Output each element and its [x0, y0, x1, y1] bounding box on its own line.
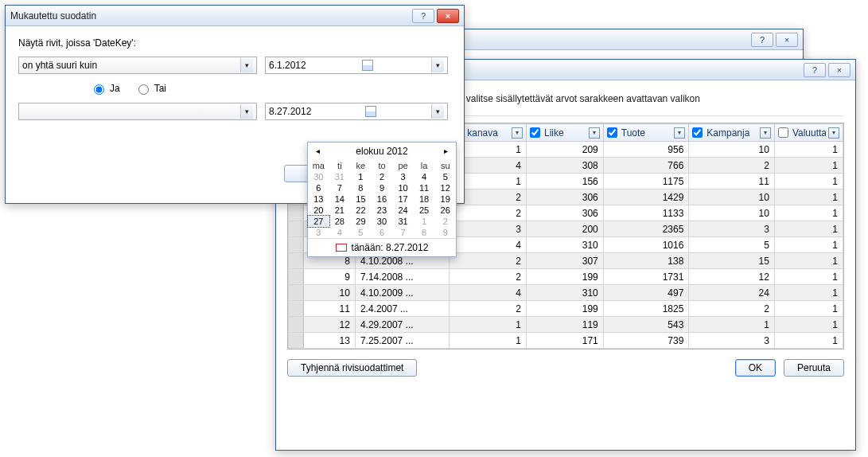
chevron-down-icon[interactable]: ▾ — [240, 58, 253, 72]
prev-month-button[interactable]: ◂ — [313, 146, 322, 156]
today-link[interactable]: tänään: 8.27.2012 — [308, 238, 456, 256]
calendar-day[interactable]: 30 — [308, 171, 329, 182]
dialog-title: Mukautettu suodatin — [10, 10, 412, 21]
calendar-day[interactable]: 5 — [350, 227, 372, 238]
calendar-day[interactable]: 18 — [414, 193, 435, 205]
calendar-day[interactable]: 30 — [372, 216, 393, 227]
calendar-day[interactable]: 3 — [392, 171, 414, 182]
table-row[interactable]: 137.25.2007 ...117173931 — [289, 333, 843, 349]
close-button-dialog[interactable]: × — [437, 9, 459, 23]
help-button-dialog[interactable]: ? — [412, 9, 434, 23]
table-row[interactable]: 97.14.2008 ...21991731121 — [289, 269, 843, 285]
month-label[interactable]: elokuu 2012 — [356, 146, 407, 157]
filter-prompt: Näytä rivit, joissa 'DateKey': — [18, 37, 451, 49]
value-2-text: 8.27.2012 — [269, 106, 311, 117]
calendar-day[interactable]: 17 — [392, 193, 414, 205]
titlebar-dialog: Mukautettu suodatin ? × — [6, 6, 464, 26]
calendar-day[interactable]: 22 — [350, 205, 372, 216]
cancel-button[interactable]: Peruuta — [784, 359, 844, 377]
dow-header: la — [414, 160, 435, 171]
calendar-day[interactable]: 19 — [434, 193, 456, 205]
calendar-day[interactable]: 14 — [329, 193, 351, 205]
calendar-day[interactable]: 5 — [434, 171, 456, 182]
calendar-day[interactable]: 1 — [414, 216, 435, 227]
table-row[interactable]: 112.4.2007 ...2199182521 — [289, 301, 843, 317]
calendar-day[interactable]: 24 — [392, 205, 414, 216]
calendar-day[interactable]: 16 — [372, 193, 393, 205]
chevron-down-icon[interactable]: ▾ — [828, 127, 839, 139]
help-button-bg[interactable]: ? — [804, 63, 826, 77]
column-checkbox-liike[interactable] — [530, 127, 540, 138]
calendar-day[interactable]: 12 — [434, 182, 456, 193]
chevron-down-icon[interactable]: ▾ — [674, 127, 685, 139]
calendar-icon[interactable] — [365, 106, 376, 117]
close-button-bg[interactable]: × — [828, 63, 850, 77]
calendar-day[interactable]: 23 — [372, 205, 393, 216]
chevron-down-icon[interactable]: ▾ — [431, 104, 444, 119]
calendar-day[interactable]: 9 — [372, 182, 393, 193]
calendar-day[interactable]: 26 — [434, 205, 456, 216]
calendar-day[interactable]: 7 — [392, 227, 414, 238]
calendar-day[interactable]: 4 — [414, 171, 435, 182]
chevron-down-icon[interactable]: ▾ — [760, 127, 771, 139]
calendar-day[interactable]: 25 — [414, 205, 435, 216]
help-button-bg2[interactable]: ? — [751, 33, 773, 47]
calendar-day[interactable]: 11 — [414, 182, 435, 193]
calendar-day[interactable]: 2 — [434, 216, 456, 227]
calendar-day[interactable]: 21 — [329, 205, 351, 216]
dow-header: ke — [350, 160, 372, 171]
clear-row-filters-button[interactable]: Tyhjennä rivisuodattimet — [287, 359, 417, 377]
dow-header: su — [434, 160, 456, 171]
calendar-day[interactable]: 7 — [329, 182, 351, 193]
column-header-liike[interactable]: Liike▾ — [527, 124, 604, 142]
column-checkbox-tuote[interactable] — [607, 127, 617, 138]
calendar-day[interactable]: 3 — [308, 227, 329, 238]
calendar-day[interactable]: 27 — [308, 216, 329, 227]
logic-radio-group: Ja Tai — [18, 82, 451, 95]
table-row[interactable]: 104.10.2009 ...4310497241 — [289, 285, 843, 301]
calendar-day[interactable]: 28 — [329, 216, 351, 227]
ok-button[interactable]: OK — [735, 359, 776, 377]
calendar-day[interactable]: 8 — [350, 182, 372, 193]
calendar-day[interactable]: 1 — [350, 171, 372, 182]
chevron-down-icon[interactable]: ▾ — [240, 104, 253, 119]
value-1-input[interactable]: 6.1.2012 ▾ — [265, 57, 448, 74]
calendar-day[interactable]: 6 — [372, 227, 393, 238]
today-marker-icon — [336, 244, 347, 252]
radio-and[interactable]: Ja — [90, 82, 120, 95]
value-1-text: 6.1.2012 — [269, 60, 306, 71]
calendar-day[interactable]: 29 — [350, 216, 372, 227]
calendar-day[interactable]: 8 — [414, 227, 435, 238]
table-row[interactable]: 124.29.2007 ...111954311 — [289, 317, 843, 333]
column-header-valuutta[interactable]: Valuutta▾ — [774, 124, 843, 142]
chevron-down-icon[interactable]: ▾ — [512, 127, 523, 139]
dow-header: to — [372, 160, 393, 171]
dow-header: ma — [308, 160, 329, 171]
operator-1-dropdown[interactable]: on yhtä suuri kuin ▾ — [18, 57, 257, 74]
chevron-down-icon[interactable]: ▾ — [431, 58, 444, 72]
column-header-tuote[interactable]: Tuote▾ — [603, 124, 689, 142]
value-2-input[interactable]: 8.27.2012 ▾ — [265, 103, 448, 120]
calendar-icon[interactable] — [362, 60, 373, 71]
calendar-day[interactable]: 10 — [392, 182, 414, 193]
operator-1-value: on yhtä suuri kuin — [22, 60, 97, 71]
calendar-day[interactable]: 2 — [372, 171, 393, 182]
calendar-day[interactable]: 20 — [308, 205, 329, 216]
close-button-bg2[interactable]: × — [776, 33, 798, 47]
radio-or[interactable]: Tai — [134, 82, 166, 95]
calendar-day[interactable]: 15 — [350, 193, 372, 205]
calendar-day[interactable]: 31 — [329, 171, 351, 182]
calendar-day[interactable]: 9 — [434, 227, 456, 238]
calendar-day[interactable]: 6 — [308, 182, 329, 193]
dow-header: ti — [329, 160, 351, 171]
calendar-day[interactable]: 13 — [308, 193, 329, 205]
chevron-down-icon[interactable]: ▾ — [589, 127, 600, 139]
calendar-day[interactable]: 4 — [329, 227, 351, 238]
column-checkbox-kampanja[interactable] — [692, 127, 703, 138]
column-header-kampanja[interactable]: Kampanja▾ — [689, 124, 775, 142]
next-month-button[interactable]: ▸ — [442, 146, 451, 156]
column-checkbox-valuutta[interactable] — [778, 127, 788, 138]
calendar-day[interactable]: 31 — [392, 216, 414, 227]
date-picker-popup: ◂ elokuu 2012 ▸ matiketopelasu 303112345… — [307, 142, 457, 257]
operator-2-dropdown[interactable]: ▾ — [18, 103, 257, 120]
